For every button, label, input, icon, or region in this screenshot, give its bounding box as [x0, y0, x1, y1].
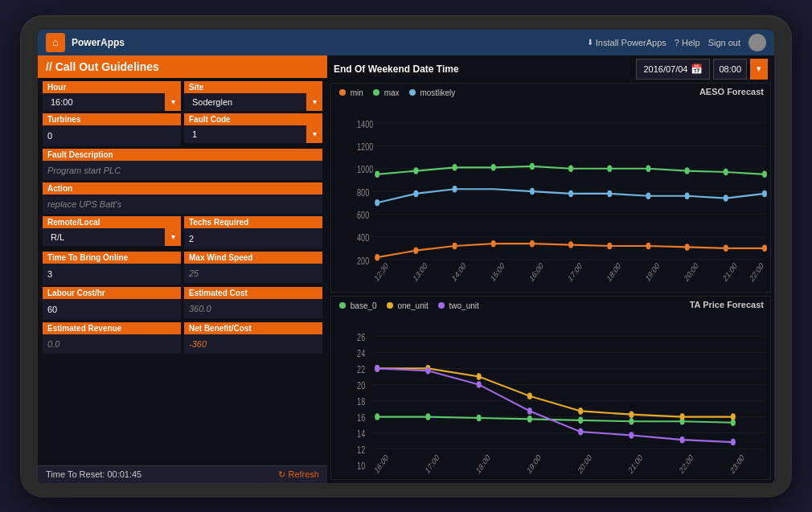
panel-header: // Call Out Guidelines [38, 55, 327, 78]
remote-local-input[interactable]: R/L ▾ [43, 228, 181, 246]
remote-local-dropdown-arrow[interactable]: ▾ [165, 228, 181, 246]
labour-cost-input[interactable]: 60 [43, 299, 181, 320]
svg-point-33 [685, 167, 690, 174]
nav-bar: ⌂ PowerApps ⬇ Install PowerApps ? Help S… [38, 30, 774, 55]
svg-point-34 [724, 168, 728, 174]
max-wind-input[interactable]: 25 [184, 264, 322, 283]
time-to-bring-input[interactable]: 3 [43, 264, 181, 285]
svg-text:1200: 1200 [357, 141, 373, 152]
svg-text:20:00: 20:00 [576, 452, 593, 476]
fault-desc-input[interactable]: Program start PLC [43, 161, 322, 180]
legend-max: max [373, 88, 400, 97]
net-benefit-input[interactable]: -360 [184, 334, 322, 354]
labour-cost-value: 60 [47, 305, 57, 314]
calendar-icon[interactable]: 📅 [691, 63, 703, 75]
legend-two-unit: two_unit [438, 301, 479, 310]
time-to-reset-label: Time To Reset: 00:01:45 [46, 469, 141, 479]
chevron-down-icon: ▾ [171, 232, 175, 241]
time-field[interactable]: 08:00 [713, 59, 747, 80]
hour-dropdown-arrow[interactable]: ▾ [165, 93, 181, 111]
svg-point-100 [477, 381, 482, 388]
svg-text:22:00: 22:00 [678, 452, 695, 476]
svg-text:18:00: 18:00 [475, 452, 492, 476]
svg-point-29 [530, 162, 535, 169]
svg-point-102 [578, 428, 583, 436]
legend-base0: base_0 [339, 301, 377, 310]
svg-text:16:00: 16:00 [528, 260, 545, 283]
time-wind-row: Time To Bring Online 3 Max Wind Speed 25 [43, 252, 322, 285]
svg-text:20: 20 [357, 380, 365, 391]
remote-techs-row: Remote/Local R/L ▾ Techs Required [43, 216, 322, 249]
turbines-input[interactable]: 0 [43, 125, 181, 146]
max-wind-label: Max Wind Speed [184, 252, 322, 264]
site-input[interactable]: Soderglen ▾ [184, 93, 322, 111]
svg-point-37 [413, 190, 418, 196]
main-content: // Call Out Guidelines Hour 16:00 ▾ [38, 55, 774, 483]
svg-text:19:00: 19:00 [526, 452, 543, 476]
svg-point-40 [568, 190, 573, 196]
date-field[interactable]: 2016/07/04 📅 [636, 59, 710, 80]
est-revenue-field: Estimated Revenue 0.0 [43, 322, 181, 354]
svg-point-95 [629, 411, 634, 418]
svg-point-87 [629, 418, 634, 425]
legend-one-unit: one_unit [387, 301, 429, 310]
svg-text:600: 600 [357, 209, 369, 220]
legend-min: min [339, 88, 363, 97]
net-benefit-field: Net Benefit/Cost -360 [184, 322, 322, 354]
signout-button[interactable]: Sign out [708, 38, 740, 47]
device-frame: ⌂ PowerApps ⬇ Install PowerApps ? Help S… [20, 15, 792, 498]
install-button[interactable]: ⬇ Install PowerApps [587, 38, 666, 47]
fault-code-dropdown-arrow[interactable]: ▾ [306, 125, 322, 143]
fault-code-input[interactable]: 1 ▾ [184, 125, 322, 143]
svg-point-92 [477, 373, 482, 380]
refresh-label: Refresh [288, 469, 319, 479]
svg-text:14:00: 14:00 [450, 260, 467, 283]
help-button[interactable]: ? Help [675, 38, 700, 47]
action-label: Action [43, 182, 322, 195]
svg-point-30 [568, 165, 573, 171]
hour-value: 16:00 [47, 97, 73, 107]
svg-text:16: 16 [357, 412, 365, 424]
svg-point-99 [425, 367, 430, 375]
svg-point-98 [375, 365, 379, 372]
svg-point-28 [491, 164, 496, 170]
fault-code-label: Fault Code [184, 113, 322, 125]
site-field: Site Soderglen ▾ [184, 81, 322, 111]
site-dropdown-arrow[interactable]: ▾ [306, 93, 322, 111]
hour-input[interactable]: 16:00 ▾ [43, 93, 181, 111]
svg-text:12:30: 12:30 [373, 260, 390, 283]
svg-text:24: 24 [357, 348, 365, 359]
time-dropdown-arrow[interactable]: ▾ [750, 59, 768, 80]
techs-required-label: Techs Required [184, 216, 322, 228]
site-value: Soderglen [189, 97, 232, 107]
svg-text:15:00: 15:00 [490, 260, 506, 283]
turbines-field: Turbines 0 [43, 113, 181, 146]
svg-point-105 [731, 439, 736, 446]
est-revenue-input[interactable]: 0.0 [43, 334, 181, 354]
svg-text:22:00: 22:00 [748, 260, 765, 283]
svg-text:10: 10 [357, 461, 365, 472]
action-input[interactable]: replace UPS Batt's [43, 195, 322, 214]
svg-point-101 [527, 408, 532, 415]
fault-code-value: 1 [189, 129, 197, 139]
svg-point-25 [375, 170, 379, 177]
download-icon: ⬇ [587, 38, 593, 47]
svg-point-42 [646, 192, 650, 199]
refresh-button[interactable]: ↻ Refresh [278, 469, 319, 480]
home-button[interactable]: ⌂ [46, 33, 65, 52]
svg-text:20:00: 20:00 [683, 260, 699, 283]
techs-required-input[interactable]: 2 [184, 228, 322, 249]
form-section: Hour 16:00 ▾ Site Soderglen [38, 78, 327, 465]
estimated-cost-input[interactable]: 360.0 [184, 299, 322, 318]
max-wind-value: 25 [189, 268, 199, 278]
labour-cost-label: Labour Cost/hr [43, 287, 181, 299]
svg-text:17:00: 17:00 [567, 260, 584, 283]
svg-text:13:00: 13:00 [412, 260, 429, 283]
aeso-chart-box: min max mostlikely AESO Forecast [330, 83, 771, 293]
techs-required-field: Techs Required 2 [184, 216, 322, 249]
techs-required-value: 2 [189, 234, 194, 244]
svg-point-85 [527, 416, 532, 423]
est-revenue-label: Estimated Revenue [43, 322, 181, 334]
fault-desc-field: Fault Description Program start PLC [43, 149, 322, 180]
svg-point-86 [578, 417, 583, 424]
